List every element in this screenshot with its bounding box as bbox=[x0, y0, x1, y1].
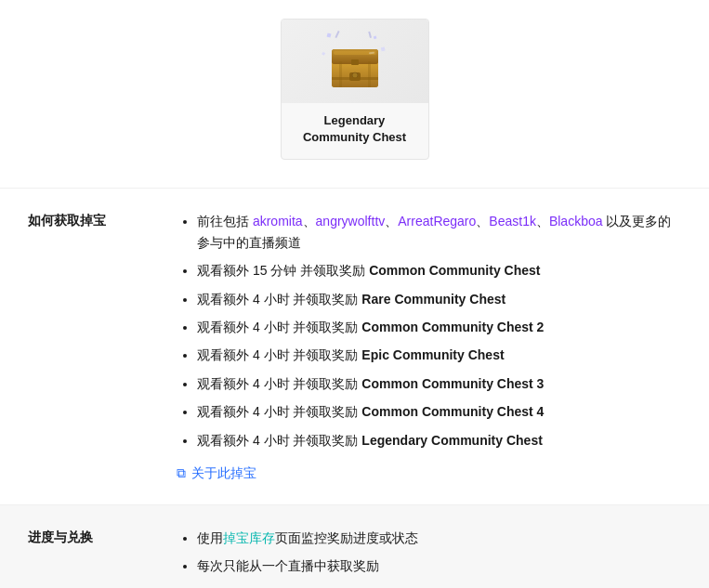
chest-illustration bbox=[318, 29, 392, 94]
svg-rect-16 bbox=[368, 61, 371, 87]
inventory-link[interactable]: 掉宝库存 bbox=[223, 530, 275, 545]
streamer-link-arreatregaro[interactable]: ArreatRegaro bbox=[398, 214, 476, 229]
svg-rect-14 bbox=[332, 77, 378, 80]
list-item-reward-6: 观看额外 4 小时 并领取奖励 Common Community Chest 4 bbox=[197, 401, 681, 422]
list-item-reward-2: 观看额外 4 小时 并领取奖励 Rare Community Chest bbox=[197, 289, 681, 309]
list-item-reward-4: 观看额外 4 小时 并领取奖励 Epic Community Chest bbox=[197, 345, 681, 365]
svg-rect-11 bbox=[351, 59, 359, 65]
progress-label: 进度与兑换 bbox=[28, 528, 177, 588]
about-link-row: ⧉ 关于此掉宝 bbox=[177, 465, 681, 482]
streamer-link-angrywolfttv[interactable]: angrywolfttv bbox=[316, 214, 386, 229]
progress-content: 使用掉宝库存页面监控奖励进度或状态 每次只能从一个直播中获取奖励 所有获得的奖励… bbox=[177, 528, 681, 588]
list-item-reward-5: 观看额外 4 小时 并领取奖励 Common Community Chest 3 bbox=[197, 373, 681, 394]
list-item-reward-1: 观看额外 15 分钟 并领取奖励 Common Community Chest bbox=[197, 260, 681, 281]
external-link-icon: ⧉ bbox=[177, 465, 186, 481]
svg-rect-1 bbox=[373, 35, 376, 39]
how-to-get-content: 前往包括 akromita、angrywolfttv、ArreatRegaro、… bbox=[177, 211, 681, 482]
svg-rect-3 bbox=[380, 46, 385, 51]
svg-rect-0 bbox=[326, 33, 331, 38]
svg-rect-4 bbox=[335, 31, 339, 38]
progress-item-1: 使用掉宝库存页面监控奖励进度或状态 bbox=[197, 528, 681, 548]
list-item-reward-7: 观看额外 4 小时 并领取奖励 Legendary Community Ches… bbox=[197, 430, 681, 451]
how-to-get-label: 如何获取掉宝 bbox=[28, 211, 177, 482]
how-to-get-section: 如何获取掉宝 前往包括 akromita、angrywolfttv、Arreat… bbox=[0, 188, 709, 504]
progress-item-3: 所有获得的奖励都需要领取。了解领取方法 bbox=[197, 584, 681, 588]
progress-list: 使用掉宝库存页面监控奖励进度或状态 每次只能从一个直播中获取奖励 所有获得的奖励… bbox=[177, 528, 681, 588]
progress-section: 进度与兑换 使用掉宝库存页面监控奖励进度或状态 每次只能从一个直播中获取奖励 所… bbox=[0, 504, 709, 588]
how-to-get-list: 前往包括 akromita、angrywolfttv、ArreatRegaro、… bbox=[177, 211, 681, 451]
about-drop-link[interactable]: 关于此掉宝 bbox=[191, 465, 256, 482]
streamer-link-akromita[interactable]: akromita bbox=[253, 214, 303, 229]
progress-row: 进度与兑换 使用掉宝库存页面监控奖励进度或状态 每次只能从一个直播中获取奖励 所… bbox=[0, 504, 709, 588]
how-to-get-row: 如何获取掉宝 前往包括 akromita、angrywolfttv、Arreat… bbox=[0, 188, 709, 504]
svg-rect-15 bbox=[339, 61, 342, 87]
chest-card: Legendary Community Chest bbox=[281, 19, 429, 160]
chest-title: Legendary Community Chest bbox=[295, 112, 414, 146]
svg-rect-5 bbox=[368, 32, 372, 38]
progress-item-2: 每次只能从一个直播中获取奖励 bbox=[197, 555, 681, 576]
streamer-link-beast1k[interactable]: Beast1k bbox=[489, 214, 536, 229]
streamer-link-blackboa[interactable]: Blackboa bbox=[549, 214, 603, 229]
list-item-streamers: 前往包括 akromita、angrywolfttv、ArreatRegaro、… bbox=[197, 211, 681, 253]
chest-image bbox=[281, 20, 429, 103]
chest-display-section: Legendary Community Chest bbox=[0, 0, 709, 188]
list-item-reward-3: 观看额外 4 小时 并领取奖励 Common Community Chest 2 bbox=[197, 317, 681, 337]
svg-rect-2 bbox=[322, 52, 325, 56]
